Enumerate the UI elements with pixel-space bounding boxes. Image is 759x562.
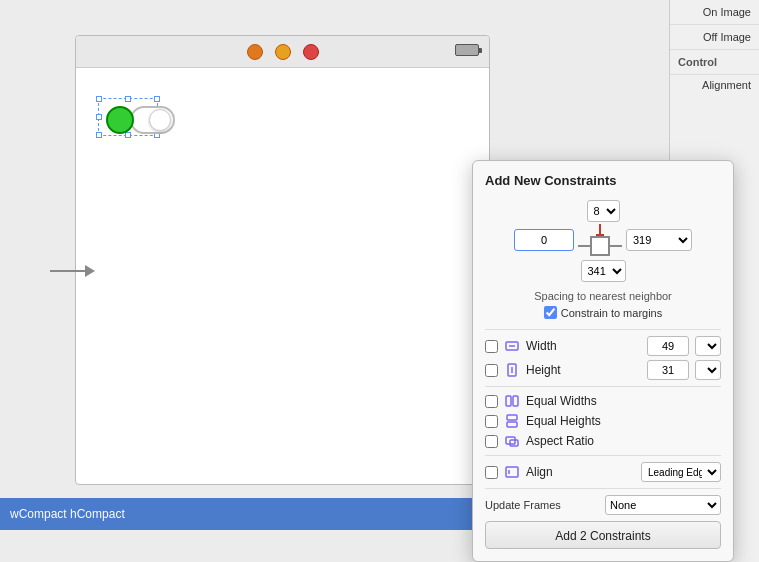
- width-row: Width: [485, 336, 721, 356]
- off-image-option[interactable]: Off Image: [670, 25, 759, 50]
- toggle-knob: [149, 109, 171, 131]
- center-square: [590, 236, 610, 256]
- aspect-ratio-icon: [504, 433, 520, 449]
- spacing-grid: 8 319: [485, 200, 721, 282]
- update-frames-row: Update Frames None: [485, 495, 721, 515]
- spacing-label: Spacing to nearest neighbor: [485, 290, 721, 302]
- handle-tl[interactable]: [96, 96, 102, 102]
- update-frames-label: Update Frames: [485, 499, 599, 511]
- aspect-ratio-row: Aspect Ratio: [485, 433, 721, 449]
- align-icon: [504, 464, 520, 480]
- constrain-margins-label: Constrain to margins: [561, 307, 663, 319]
- spacing-middle-row: 319: [514, 224, 692, 256]
- svg-rect-7: [507, 422, 517, 427]
- equal-heights-icon: [504, 413, 520, 429]
- toggle-switch[interactable]: [130, 106, 175, 134]
- width-value-input[interactable]: [647, 336, 689, 356]
- on-image-option[interactable]: On Image: [670, 0, 759, 25]
- arrow-line: [50, 270, 85, 272]
- width-icon: [504, 338, 520, 354]
- align-label: Align: [526, 465, 635, 479]
- spacing-bottom: 341: [581, 260, 626, 282]
- svg-rect-10: [506, 467, 518, 477]
- aspect-ratio-label: Aspect Ratio: [526, 434, 721, 448]
- canvas-area: Add New Constraints 8: [0, 0, 660, 530]
- svg-rect-5: [513, 396, 518, 406]
- handle-ml[interactable]: [96, 114, 102, 120]
- arrow-head: [85, 265, 95, 277]
- control-section: Control: [670, 50, 759, 75]
- simulator-titlebar: [76, 36, 489, 68]
- update-frames-select[interactable]: None: [605, 495, 721, 515]
- equal-widths-icon: [504, 393, 520, 409]
- aspect-ratio-checkbox[interactable]: [485, 435, 498, 448]
- popup-title: Add New Constraints: [485, 173, 721, 188]
- battery-icon: [455, 44, 479, 56]
- sim-btn-minimize[interactable]: [247, 44, 263, 60]
- separator-1: [485, 329, 721, 330]
- handle-bl[interactable]: [96, 132, 102, 138]
- align-value-select[interactable]: Leading Edges: [641, 462, 721, 482]
- equal-widths-label: Equal Widths: [526, 394, 721, 408]
- equal-heights-checkbox[interactable]: [485, 415, 498, 428]
- constrain-margins-row: Constrain to margins: [485, 306, 721, 319]
- separator-2: [485, 386, 721, 387]
- bottom-spacing-select[interactable]: 341: [581, 260, 626, 282]
- toggle-container: [106, 106, 175, 134]
- align-checkbox[interactable]: [485, 466, 498, 479]
- width-checkbox[interactable]: [485, 340, 498, 353]
- equal-heights-label: Equal Heights: [526, 414, 721, 428]
- height-value-select[interactable]: [695, 360, 721, 380]
- separator-4: [485, 488, 721, 489]
- height-icon: [504, 362, 520, 378]
- equal-widths-row: Equal Widths: [485, 393, 721, 409]
- constrain-margins-checkbox[interactable]: [544, 306, 557, 319]
- equal-widths-checkbox[interactable]: [485, 395, 498, 408]
- height-label: Height: [526, 363, 641, 377]
- equal-heights-row: Equal Heights: [485, 413, 721, 429]
- svg-rect-4: [506, 396, 511, 406]
- size-class-label: wCompact hCompact: [10, 507, 125, 521]
- top-spacing-select[interactable]: 8: [587, 200, 620, 222]
- svg-rect-9: [510, 440, 518, 446]
- constraints-popup: Add New Constraints 8: [472, 160, 734, 562]
- sim-btn-close[interactable]: [303, 44, 319, 60]
- right-spacing-select[interactable]: 319: [626, 229, 692, 251]
- height-row: Height: [485, 360, 721, 380]
- arrow-right: [50, 265, 95, 277]
- alignment-label: Alignment: [670, 75, 759, 95]
- green-circle: [106, 106, 134, 134]
- add-constraints-button[interactable]: Add 2 Constraints: [485, 521, 721, 549]
- handle-tm[interactable]: [125, 96, 131, 102]
- left-spacing-input[interactable]: [514, 229, 574, 251]
- width-value-select[interactable]: [695, 336, 721, 356]
- align-row: Align Leading Edges: [485, 462, 721, 482]
- handle-tr[interactable]: [154, 96, 160, 102]
- spacing-top: 8: [587, 200, 620, 222]
- separator-3: [485, 455, 721, 456]
- width-label: Width: [526, 339, 641, 353]
- svg-rect-6: [507, 415, 517, 420]
- height-value-input[interactable]: [647, 360, 689, 380]
- sim-btn-maximize[interactable]: [275, 44, 291, 60]
- height-checkbox[interactable]: [485, 364, 498, 377]
- simulator-window: [75, 35, 490, 485]
